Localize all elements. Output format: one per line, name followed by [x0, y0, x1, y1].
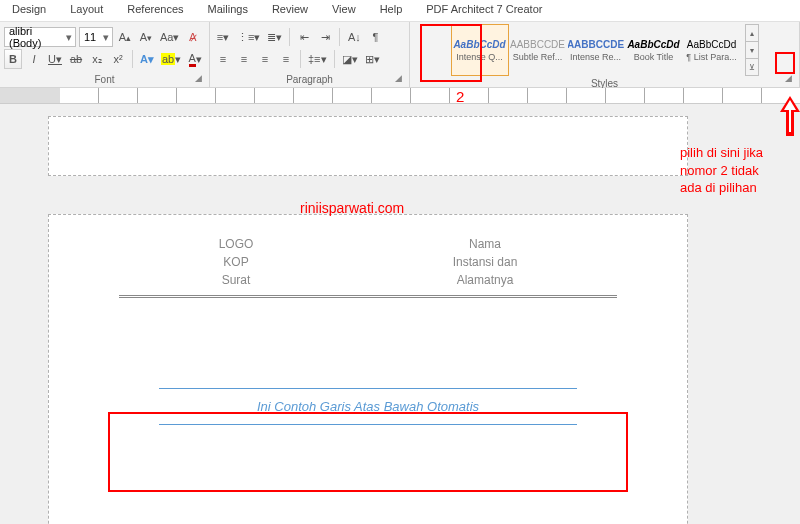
tab-references[interactable]: References — [115, 0, 195, 21]
paragraph-dialog-launcher[interactable]: ◢ — [395, 73, 407, 85]
change-case-button[interactable]: Aa▾ — [158, 27, 181, 47]
underline-button[interactable]: U▾ — [46, 49, 64, 69]
tab-layout[interactable]: Layout — [58, 0, 115, 21]
ribbon: alibri (Body)▾ 11▾ A▴ A▾ Aa▾ A̷ B I U▾ a… — [0, 22, 800, 88]
styles-gallery: AaBbCcDdIntense Q... AABBCCDESubtle Ref.… — [451, 24, 741, 76]
numbering-button[interactable]: ⋮≡▾ — [235, 27, 262, 47]
intense-quote-block[interactable]: Ini Contoh Garis Atas Bawah Otomatis — [119, 388, 617, 425]
gallery-up-button[interactable]: ▴ — [746, 25, 758, 42]
gallery-more-button[interactable]: ⊻ — [746, 59, 758, 75]
tab-view[interactable]: View — [320, 0, 368, 21]
align-right-button[interactable]: ≡ — [256, 49, 274, 69]
annotation-number-2: 2 — [456, 88, 464, 105]
tab-pdf-architect[interactable]: PDF Architect 7 Creator — [414, 0, 554, 21]
tab-design[interactable]: Design — [0, 0, 58, 21]
bold-button[interactable]: B — [4, 49, 22, 69]
letterhead-left: LOGO KOP Surat — [219, 235, 254, 289]
letterhead-right: Nama Instansi dan Alamatnya — [453, 235, 518, 289]
ribbon-tabs: Design Layout References Mailings Review… — [0, 0, 800, 22]
gallery-down-button[interactable]: ▾ — [746, 42, 758, 59]
line-spacing-button[interactable]: ‡≡▾ — [306, 49, 329, 69]
annotation-watermark: riniisparwati.com — [300, 200, 404, 216]
style-intense-reference[interactable]: AABBCCDEIntense Re... — [567, 24, 625, 76]
tab-review[interactable]: Review — [260, 0, 320, 21]
borders-button[interactable]: ⊞▾ — [363, 49, 382, 69]
multilevel-button[interactable]: ≣▾ — [265, 27, 284, 47]
align-left-button[interactable]: ≡ — [214, 49, 232, 69]
letterhead: LOGO KOP Surat Nama Instansi dan Alamatn… — [119, 235, 617, 289]
strike-button[interactable]: ab — [67, 49, 85, 69]
font-name-combo[interactable]: alibri (Body)▾ — [4, 27, 76, 47]
page-previous-bottom[interactable] — [48, 116, 688, 176]
show-marks-button[interactable]: ¶ — [366, 27, 384, 47]
font-dialog-launcher[interactable]: ◢ — [195, 73, 207, 85]
subscript-button[interactable]: x₂ — [88, 49, 106, 69]
italic-button[interactable]: I — [25, 49, 43, 69]
sort-button[interactable]: A↓ — [345, 27, 363, 47]
quote-text[interactable]: Ini Contoh Garis Atas Bawah Otomatis — [119, 395, 617, 418]
paragraph-group-label: Paragraph — [214, 72, 405, 87]
annotation-arrow-icon — [780, 96, 800, 136]
grow-font-button[interactable]: A▴ — [116, 27, 134, 47]
quote-top-line — [159, 388, 577, 389]
styles-gallery-scroll: ▴ ▾ ⊻ — [745, 24, 759, 76]
paragraph-group: ≡▾ ⋮≡▾ ≣▾ ⇤ ⇥ A↓ ¶ ≡ ≡ ≡ ≡ ‡≡▾ ◪▾ ⊞▾ — [210, 22, 410, 87]
align-center-button[interactable]: ≡ — [235, 49, 253, 69]
font-color-button[interactable]: A▾ — [186, 49, 204, 69]
font-size-combo[interactable]: 11▾ — [79, 27, 113, 47]
shrink-font-button[interactable]: A▾ — [137, 27, 155, 47]
styles-dialog-launcher[interactable]: ◢ — [785, 73, 797, 85]
style-book-title[interactable]: AaBbCcDdBook Title — [625, 24, 683, 76]
tab-help[interactable]: Help — [368, 0, 415, 21]
superscript-button[interactable]: x² — [109, 49, 127, 69]
tab-mailings[interactable]: Mailings — [196, 0, 260, 21]
font-group: alibri (Body)▾ 11▾ A▴ A▾ Aa▾ A̷ B I U▾ a… — [0, 22, 210, 87]
style-subtle-reference[interactable]: AABBCCDESubtle Ref... — [509, 24, 567, 76]
shading-button[interactable]: ◪▾ — [340, 49, 360, 69]
styles-group: AaBbCcDdIntense Q... AABBCCDESubtle Ref.… — [410, 22, 800, 87]
highlight-button[interactable]: ab▾ — [159, 49, 183, 69]
increase-indent-button[interactable]: ⇥ — [316, 27, 334, 47]
bullets-button[interactable]: ≡▾ — [214, 27, 232, 47]
letterhead-rule — [119, 295, 617, 298]
text-effects-button[interactable]: A▾ — [138, 49, 156, 69]
style-list-paragraph[interactable]: AaBbCcDd¶ List Para... — [683, 24, 741, 76]
clear-format-button[interactable]: A̷ — [184, 27, 202, 47]
page-current[interactable]: LOGO KOP Surat Nama Instansi dan Alamatn… — [48, 214, 688, 524]
annotation-note: pilih di sini jika nomor 2 tidak ada di … — [680, 144, 763, 197]
style-intense-quote[interactable]: AaBbCcDdIntense Q... — [451, 24, 509, 76]
horizontal-ruler[interactable] — [0, 88, 800, 104]
decrease-indent-button[interactable]: ⇤ — [295, 27, 313, 47]
font-group-label: Font — [4, 72, 205, 87]
quote-bottom-line — [159, 424, 577, 425]
justify-button[interactable]: ≡ — [277, 49, 295, 69]
